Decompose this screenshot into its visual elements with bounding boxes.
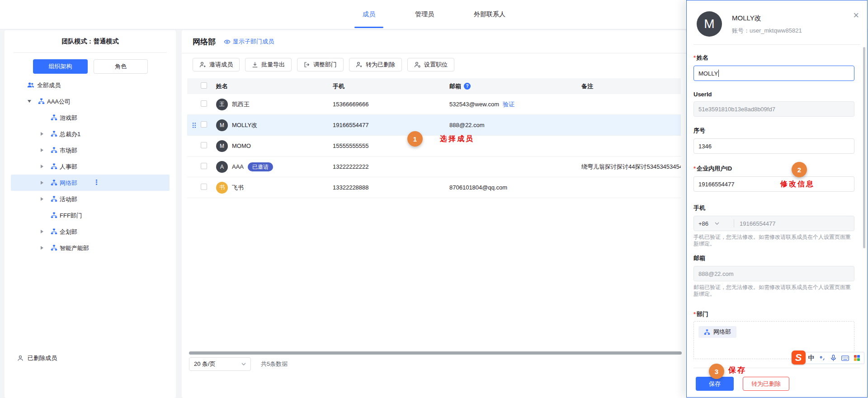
microphone-icon[interactable] — [830, 355, 836, 361]
transfer-icon — [304, 62, 310, 68]
person-setting-icon — [414, 62, 421, 68]
sidebar-tree-item[interactable]: 人事部 — [5, 158, 176, 175]
toolbar-button-person-setting[interactable]: 设置职位 — [407, 58, 454, 71]
tree-item-label: 市场部 — [60, 147, 77, 155]
table-row[interactable]: AAAA已邀请13222222222绕弯儿翁探讨探讨44探讨5345345345… — [187, 156, 681, 177]
member-email: 532543@wew.com — [449, 101, 499, 108]
table-row[interactable]: 书飞书133222288888706101804@qq.com — [187, 177, 681, 198]
kebab-menu-icon[interactable]: ⋮ — [93, 178, 100, 186]
page-size-select[interactable]: 20 条/页 — [189, 357, 251, 371]
members-table: 姓名 手机 邮箱 ? 备注 王凯西王15366669666532543@wew.… — [187, 78, 681, 198]
deleted-members-label: 已删除成员 — [28, 354, 57, 362]
sidebar-tree-item[interactable]: FFF部门 — [5, 207, 176, 223]
drawer-vertical-scrollbar[interactable] — [863, 47, 865, 248]
member-name: 飞书 — [232, 184, 244, 192]
download-icon — [252, 62, 258, 68]
row-checkbox[interactable] — [201, 163, 207, 169]
tree-item-label: 企划部 — [60, 228, 77, 236]
role-button[interactable]: 角色 — [94, 59, 148, 74]
row-checkbox[interactable] — [201, 142, 207, 148]
email-hint: 邮箱已验证，您无法修改。如需修改请联系成员在个人设置页面重新绑定。 — [693, 284, 854, 298]
sidebar-tree-item[interactable]: 游戏部 — [5, 109, 176, 126]
toolbar-button-download[interactable]: 批量导出 — [245, 58, 292, 71]
header-checkbox-cell — [201, 82, 216, 90]
country-code-select: +86 — [698, 220, 734, 227]
row-checkbox[interactable] — [201, 184, 207, 190]
sidebar-tree-item[interactable]: 企划部 — [5, 223, 176, 240]
sidebar-tree-item[interactable]: AAA公司 — [5, 93, 176, 109]
show-sub-department-toggle[interactable]: 显示子部门成员 — [224, 38, 274, 46]
department-tag[interactable]: 网络部 — [698, 326, 736, 338]
tree-expand-caret[interactable] — [41, 181, 43, 185]
tree-expand-caret[interactable] — [28, 100, 31, 103]
tree-expand-caret[interactable] — [41, 246, 43, 250]
row-checkbox[interactable] — [201, 121, 207, 128]
table-row[interactable]: 王凯西王15366669666532543@wew.com验证 — [187, 94, 681, 115]
sogou-ime-icon[interactable]: S — [792, 351, 806, 365]
sidebar-tree-item[interactable]: 网络部⋮ — [5, 175, 176, 191]
deleted-members-link[interactable]: 已删除成员 — [17, 354, 57, 362]
tree-expand-caret[interactable] — [41, 132, 43, 136]
name-input[interactable]: MOLLY — [693, 66, 854, 81]
seq-input[interactable]: 1346 — [693, 138, 854, 154]
toolbar-button-person-add[interactable]: 邀请成员 — [193, 58, 240, 71]
member-account: 账号：user_mktqww85821 — [732, 27, 802, 35]
tree-item-label: 网络部 — [60, 179, 77, 187]
toolbar-button-person-remove[interactable]: 转为已删除 — [349, 58, 402, 71]
header-email: 邮箱 ? — [449, 82, 581, 90]
annotation-step-3-label: 保存 — [728, 365, 746, 375]
drag-handle[interactable] — [187, 122, 201, 128]
member-phone: 13322228888 — [333, 184, 449, 191]
avatar: 王 — [216, 99, 228, 110]
sidebar-tree-item[interactable]: 市场部 — [5, 142, 176, 158]
tab-external-contacts[interactable]: 外部联系人 — [474, 0, 505, 29]
annotation-step-2-badge: 2 — [792, 162, 807, 177]
ime-language-toggle[interactable]: 中 — [808, 354, 815, 362]
table-body: 王凯西王15366669666532543@wew.com验证MMOLLY改19… — [187, 94, 681, 198]
tabs: 成员管理员外部联系人 — [363, 0, 505, 29]
to-deleted-button[interactable]: 转为已删除 — [743, 377, 789, 391]
sidebar-tree-item[interactable]: 全部成员 — [5, 77, 176, 93]
org-icon — [704, 329, 710, 335]
tree-item-label: FFF部门 — [60, 212, 82, 220]
verify-link[interactable]: 验证 — [503, 101, 514, 108]
member-email: 8706101804@qq.com — [449, 184, 507, 191]
tree-expand-caret[interactable] — [41, 230, 43, 233]
org-structure-button[interactable]: 组织架构 — [33, 59, 88, 74]
member-phone: 15555555555 — [333, 142, 449, 149]
member-name: MOLLY改 — [732, 14, 761, 23]
keyboard-icon[interactable] — [841, 355, 849, 361]
sidebar-tree-item[interactable]: 活动部 — [5, 191, 176, 207]
ime-punctuation-icon[interactable] — [820, 355, 826, 361]
department-icon — [51, 212, 57, 218]
close-icon[interactable]: × — [853, 10, 859, 20]
tree-expand-caret[interactable] — [41, 148, 43, 152]
table-row[interactable]: MMOLLY改19166554477888@22.com — [187, 115, 681, 136]
tab-members[interactable]: 成员 — [363, 0, 375, 29]
avatar: A — [216, 161, 228, 173]
sidebar-tree-item[interactable]: 智能产能部 — [5, 240, 176, 256]
tree-expand-caret[interactable] — [41, 165, 43, 168]
enterprise-userid-field-label: *企业内用户ID — [693, 165, 854, 173]
person-remove-icon — [356, 62, 363, 68]
toolbar-button-transfer[interactable]: 调整部门 — [297, 58, 344, 71]
header-remark: 备注 — [581, 82, 681, 90]
sidebar-tree-item[interactable]: 总裁办1 — [5, 126, 176, 142]
tab-admins[interactable]: 管理员 — [415, 0, 434, 29]
member-name: MOMO — [232, 142, 251, 149]
userid-input: 51e3591810b13e8ad8b09fd7 — [693, 101, 854, 117]
tree-expand-caret[interactable] — [41, 197, 43, 201]
total-count-label: 共5条数据 — [261, 360, 288, 368]
tree-item-label: 总裁办1 — [60, 130, 80, 138]
select-all-checkbox[interactable] — [201, 82, 207, 89]
people-icon — [27, 82, 34, 88]
table-row[interactable]: MMOMO15555555555 — [187, 136, 681, 156]
enterprise-userid-input[interactable]: 19166554477 — [693, 176, 854, 192]
email-help-icon[interactable]: ? — [464, 83, 471, 90]
ime-tools-grid-icon[interactable] — [854, 355, 860, 361]
members-panel-header: 网络部 显示子部门成员 — [182, 30, 686, 53]
row-checkbox[interactable] — [201, 100, 207, 107]
member-phone: 13222222222 — [333, 163, 449, 170]
horizontal-scrollbar[interactable] — [189, 351, 682, 355]
member-phone: 19166554477 — [333, 122, 449, 128]
